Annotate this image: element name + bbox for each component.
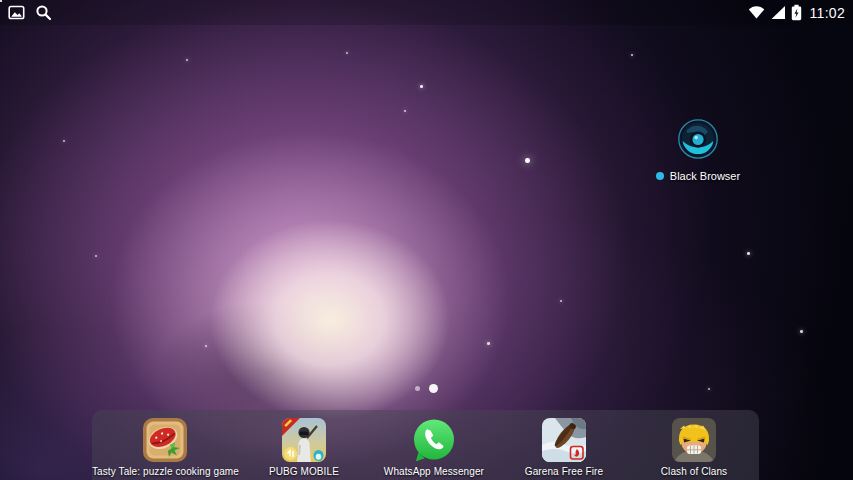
dock-app-label: Tasty Tale: puzzle cooking game [92,466,239,477]
tasty-tale-icon [142,417,188,463]
status-bar-clock: 11:02 [810,5,846,21]
battery-charging-icon [791,4,802,21]
dock-app-pubg-mobile[interactable]: PUBG MOBILE [239,417,369,477]
dock-app-label: WhatsApp Messenger [384,466,484,477]
garena-free-fire-icon [541,417,587,463]
dock-app-label: PUBG MOBILE [269,466,339,477]
wifi-icon [748,5,765,20]
status-bar[interactable]: 11:02 [0,0,853,25]
dock-app-label: Clash of Clans [661,466,727,477]
search-notification-icon [35,4,52,21]
clash-of-clans-icon [671,417,717,463]
star-field [0,0,853,480]
whatsapp-icon [411,417,457,463]
dock-app-tasty-tale[interactable]: Tasty Tale: puzzle cooking game [92,417,239,477]
page-indicator [0,384,853,393]
status-bar-system-area: 11:02 [748,4,846,21]
black-browser-icon [677,118,719,160]
dock-app-whatsapp[interactable]: WhatsApp Messenger [369,417,499,477]
shortcut-caption: Black Browser [656,170,740,182]
dock-app-clash-of-clans[interactable]: Clash of Clans [629,417,759,477]
dock-app-garena-free-fire[interactable]: Garena Free Fire [499,417,629,477]
dock-panel: Tasty Tale: puzzle cooking game [92,410,759,480]
pubg-mobile-icon [281,417,327,463]
page-dot-icon [415,386,420,391]
home-screen-wallpaper[interactable] [0,0,853,480]
new-app-dot-icon [656,172,664,180]
dock-app-label: Garena Free Fire [525,466,603,477]
page-dot-icon [429,384,438,393]
shortcut-black-browser[interactable]: Black Browser [650,118,746,182]
cellular-signal-icon [770,5,786,20]
shortcut-label: Black Browser [670,170,740,182]
status-bar-notification-area [8,4,52,21]
image-notification-icon [8,4,25,21]
